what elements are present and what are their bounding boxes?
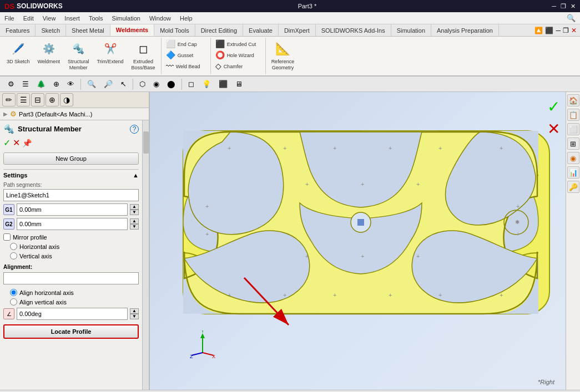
panel-title-left: 🔩 Structural Member: [3, 124, 82, 134]
panel-icon-3dsketch[interactable]: ✏: [2, 93, 16, 106]
tab-sketch[interactable]: Sketch: [36, 24, 66, 36]
menu-tools[interactable]: Tools: [84, 14, 108, 23]
align-vertical-radio[interactable]: [10, 298, 17, 306]
tab-weldments[interactable]: Weldments: [110, 24, 154, 36]
ribbon-float-btn[interactable]: ⬛: [545, 27, 553, 34]
angle-input[interactable]: [17, 308, 128, 320]
offset-g1-up[interactable]: ▲: [130, 204, 139, 210]
btn-reference-geometry[interactable]: 📐 ReferenceGeometry: [268, 39, 298, 73]
path-segments-input[interactable]: [3, 189, 139, 201]
viewport-confirm-checkmark[interactable]: ✓: [547, 98, 560, 116]
offset-g2-down[interactable]: ▼: [130, 224, 139, 230]
vertical-axis-radio[interactable]: [10, 252, 17, 259]
menu-file[interactable]: File: [0, 14, 19, 23]
toolbar-btn-display3[interactable]: ⬛: [215, 78, 231, 90]
toolbar-btn-v2[interactable]: ◉: [150, 78, 163, 90]
sidebar-home-icon[interactable]: 🏠: [567, 94, 579, 106]
btn-weld-bead[interactable]: 〰 Weld Bead: [164, 61, 208, 71]
tab-evaluate[interactable]: Evaluate: [243, 24, 279, 36]
plus-12: +: [205, 231, 209, 237]
offset-g1-down[interactable]: ▼: [130, 210, 139, 215]
settings-collapse-arrow[interactable]: ▲: [133, 172, 139, 179]
offset-g1-input[interactable]: [17, 203, 128, 216]
sidebar-color-icon[interactable]: ◉: [567, 152, 579, 164]
toolbar-btn-select[interactable]: ↖: [117, 78, 130, 90]
window-controls[interactable]: ─ ❐ ✕: [552, 3, 576, 10]
toolbar-btn-settings[interactable]: ⚙: [4, 78, 18, 90]
btn-trim-extend[interactable]: ✂️ Trim/Extend: [93, 39, 127, 73]
toolbar-btn-search2[interactable]: 🔎: [100, 78, 116, 90]
tab-simulation[interactable]: Simulation: [391, 24, 431, 36]
sidebar-box-icon[interactable]: ⬜: [567, 123, 579, 135]
btn-extruded-cut[interactable]: ⬛ Extruded Cut: [213, 39, 263, 49]
sidebar-grid-icon[interactable]: ⊞: [567, 138, 579, 150]
plus-1: +: [389, 145, 392, 151]
ribbon-close-btn[interactable]: ✕: [571, 27, 577, 34]
btn-3d-sketch[interactable]: 🖊️ 3D Sketch: [3, 39, 33, 73]
ribbon-collapse-btn[interactable]: 🔼: [534, 27, 543, 34]
angle-up[interactable]: ▲: [130, 308, 139, 314]
toolbar-btn-tree[interactable]: 🌲: [33, 78, 49, 90]
sidebar-key-icon[interactable]: 🔑: [567, 181, 579, 193]
tab-analysis-preparation[interactable]: Analysis Preparation: [431, 24, 499, 36]
tab-dimxpert[interactable]: DimXpert: [279, 24, 316, 36]
tab-sheet-metal[interactable]: Sheet Metal: [66, 24, 110, 36]
menu-edit[interactable]: Edit: [19, 14, 38, 23]
viewport[interactable]: ✓ ✕: [150, 92, 566, 390]
scroll-thumb[interactable]: [143, 131, 149, 154]
toolbar-btn-display1[interactable]: ◻: [185, 78, 198, 90]
menu-insert[interactable]: Insert: [60, 14, 84, 23]
locate-profile-button[interactable]: Locate Profile: [3, 324, 139, 339]
cancel-button[interactable]: ✕: [13, 138, 20, 148]
sidebar-feature-icon[interactable]: 📋: [567, 109, 579, 121]
pin-button[interactable]: 📌: [22, 139, 32, 147]
btn-gusset[interactable]: 🔷 Gusset: [164, 50, 208, 60]
toolbar-btn-screen[interactable]: 🖥: [232, 78, 246, 90]
tab-mold-tools[interactable]: Mold Tools: [154, 24, 195, 36]
alignment-input[interactable]: [3, 272, 139, 284]
ribbon-restore-btn[interactable]: ❐: [563, 27, 569, 34]
toolbar-btn-v1[interactable]: ⬡: [136, 78, 149, 90]
angle-down[interactable]: ▼: [130, 314, 139, 319]
mirror-profile-checkbox[interactable]: [3, 233, 11, 241]
confirm-button[interactable]: ✓: [3, 138, 11, 148]
btn-weldment[interactable]: ⚙️ Weldment: [34, 39, 63, 73]
toolbar-btn-display2[interactable]: 💡: [199, 78, 214, 90]
tab-direct-editing[interactable]: Direct Editing: [195, 24, 243, 36]
toolbar-btn-list[interactable]: ☰: [19, 78, 32, 90]
align-horizontal-radio[interactable]: [10, 289, 17, 296]
menu-window[interactable]: Window: [145, 14, 175, 23]
panel-icon-properties[interactable]: ⊟: [31, 93, 44, 106]
toolbar-btn-search[interactable]: 🔍: [84, 78, 99, 90]
menu-simulation[interactable]: Simulation: [108, 14, 145, 23]
expand-arrow[interactable]: ▶: [3, 111, 8, 117]
close-button[interactable]: ✕: [571, 3, 576, 10]
horizontal-axis-radio[interactable]: [10, 243, 17, 250]
svg-text:Y: Y: [201, 330, 204, 334]
offset-g2-input[interactable]: [17, 218, 128, 230]
btn-extruded-boss[interactable]: ◻ ExtrudedBoss/Base: [128, 39, 159, 73]
offset-g2-up[interactable]: ▲: [130, 218, 139, 224]
toolbar-btn-cross[interactable]: ⊕: [50, 78, 63, 90]
tab-features[interactable]: Features: [0, 24, 36, 36]
tab-solidworks-addins[interactable]: SOLIDWORKS Add-Ins: [316, 24, 391, 36]
btn-hole-wizard[interactable]: ⭕ Hole Wizard: [213, 50, 263, 60]
panel-scrollbar[interactable]: [142, 120, 149, 390]
minimize-button[interactable]: ─: [552, 3, 556, 10]
panel-icon-pie[interactable]: ◑: [60, 93, 73, 106]
btn-structural-member[interactable]: 🔩 StructuralMember: [64, 39, 93, 73]
sidebar-chart-icon[interactable]: 📊: [567, 166, 579, 179]
ribbon-minimize-btn[interactable]: ─: [556, 27, 561, 34]
restore-button[interactable]: ❐: [561, 3, 566, 10]
toolbar-btn-v3[interactable]: ⬤: [164, 78, 179, 90]
btn-end-cap[interactable]: ⬜ End Cap: [164, 39, 208, 49]
panel-icon-crosshair[interactable]: ⊕: [46, 93, 59, 106]
new-group-button[interactable]: New Group: [3, 152, 139, 165]
help-button[interactable]: ?: [130, 125, 139, 134]
menu-view[interactable]: View: [38, 14, 60, 23]
panel-icon-list[interactable]: ☰: [17, 93, 30, 106]
menu-help[interactable]: Help: [175, 14, 197, 23]
title-bar: DS SOLIDWORKS Part3 * ─ ❐ ✕: [0, 0, 580, 12]
toolbar-btn-eye[interactable]: 👁: [64, 78, 78, 90]
btn-chamfer[interactable]: ◇ Chamfer: [213, 61, 263, 71]
